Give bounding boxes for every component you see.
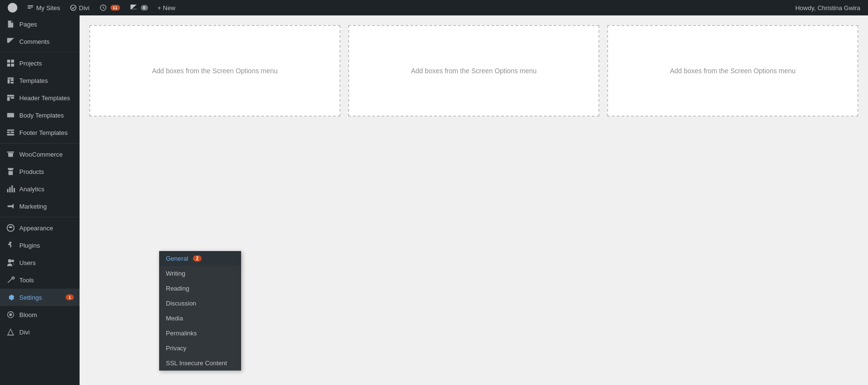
sidebar-item-settings[interactable]: Settings 1 (0, 289, 80, 306)
submenu-privacy[interactable]: Privacy (159, 341, 241, 356)
sidebar-item-comments[interactable]: Comments (0, 33, 80, 50)
sidebar-item-projects[interactable]: Projects (0, 54, 80, 72)
dashboard-box-2: Add boxes from the Screen Options menu (348, 25, 599, 117)
woocommerce-icon (6, 149, 15, 159)
sidebar-item-body-templates-label: Body Templates (19, 112, 64, 119)
submenu-media-label: Media (166, 315, 183, 322)
adminbar-divi[interactable]: Divi (66, 0, 94, 15)
bloom-icon (6, 310, 15, 319)
submenu-writing-label: Writing (166, 270, 185, 277)
sidebar-item-plugins[interactable]: Plugins (0, 237, 80, 254)
adminbar-greeting: Howdy, Christina Gwira (791, 4, 864, 12)
submenu-ssl-insecure[interactable]: SSL Insecure Content (159, 356, 241, 371)
submenu-writing[interactable]: Writing (159, 266, 241, 281)
sidebar-item-analytics[interactable]: Analytics (0, 180, 80, 198)
sidebar-item-bloom-label: Bloom (19, 311, 37, 319)
submenu-general-badge: 2 (193, 255, 202, 262)
sidebar-item-comments-label: Comments (19, 38, 50, 45)
settings-submenu: General 2 Writing Reading Discussion Med… (159, 251, 241, 371)
sidebar-item-appearance-label: Appearance (19, 225, 53, 232)
adminbar-my-sites[interactable]: My Sites (23, 0, 64, 15)
admin-bar: My Sites Divi 11 0 + New Howdy, Christin… (0, 0, 868, 15)
sidebar-item-footer-templates-label: Footer Templates (19, 129, 68, 136)
projects-icon (6, 58, 15, 68)
marketing-icon (6, 201, 15, 211)
submenu-general[interactable]: General 2 (159, 251, 241, 266)
footer-templates-icon (6, 128, 15, 137)
tools-icon (6, 275, 15, 285)
sidebar-item-products[interactable]: Products (0, 163, 80, 180)
sidebar-item-users[interactable]: Users (0, 254, 80, 271)
svg-rect-6 (7, 189, 9, 192)
sidebar-item-woocommerce-label: WooCommerce (19, 151, 63, 158)
svg-point-11 (8, 259, 12, 263)
sidebar-item-appearance[interactable]: Appearance (0, 219, 80, 237)
templates-icon (6, 76, 15, 85)
adminbar-comments[interactable]: 0 (126, 0, 152, 15)
body-templates-icon (6, 110, 15, 120)
sidebar-item-bloom[interactable]: Bloom (0, 306, 80, 323)
dashboard-area: Add boxes from the Screen Options menu A… (80, 15, 868, 126)
adminbar-new[interactable]: + New (154, 0, 179, 15)
sidebar-item-templates-label: Templates (19, 77, 48, 84)
svg-rect-9 (14, 188, 15, 192)
sidebar-item-tools-label: Tools (19, 277, 34, 284)
adminbar-new-label: + New (158, 4, 176, 12)
comments-icon (6, 37, 15, 46)
submenu-media[interactable]: Media (159, 311, 241, 326)
sidebar-item-analytics-label: Analytics (19, 186, 44, 193)
sidebar-item-marketing-label: Marketing (19, 203, 47, 210)
sidebar-item-footer-templates[interactable]: Footer Templates (0, 124, 80, 141)
sidebar-item-pages-label: Pages (19, 21, 37, 28)
pages-icon (6, 19, 15, 29)
svg-rect-3 (7, 64, 10, 66)
submenu-privacy-label: Privacy (166, 345, 187, 352)
dashboard-box-2-text: Add boxes from the Screen Options menu (411, 67, 537, 75)
appearance-icon (6, 223, 15, 233)
svg-rect-5 (7, 113, 14, 118)
sidebar-item-tools[interactable]: Tools (0, 271, 80, 289)
header-templates-icon (6, 93, 15, 103)
svg-rect-1 (7, 60, 10, 63)
plugins-icon (6, 240, 15, 250)
sidebar-item-settings-label: Settings (19, 294, 42, 301)
sidebar-item-body-templates[interactable]: Body Templates (0, 106, 80, 124)
sidebar-item-divi-label: Divi (19, 329, 30, 336)
adminbar-wp-logo[interactable] (4, 0, 21, 15)
sidebar-item-templates[interactable]: Templates (0, 72, 80, 89)
adminbar-updates[interactable]: 11 (95, 0, 124, 15)
sidebar-item-pages[interactable]: Pages (0, 15, 80, 33)
sidebar-item-header-templates[interactable]: Header Templates (0, 89, 80, 106)
dashboard-box-3: Add boxes from the Screen Options menu (607, 25, 858, 117)
sidebar-item-projects-label: Projects (19, 60, 42, 67)
admin-sidebar: Pages Comments Projects Templates (0, 15, 80, 385)
svg-rect-2 (11, 60, 14, 63)
sidebar-item-divi[interactable]: Divi (0, 323, 80, 341)
svg-point-13 (9, 313, 12, 316)
users-icon (6, 258, 15, 267)
submenu-discussion-label: Discussion (166, 300, 196, 307)
analytics-icon (6, 184, 15, 194)
adminbar-divi-label: Divi (79, 4, 90, 12)
main-content: Add boxes from the Screen Options menu A… (80, 15, 868, 385)
svg-point-12 (12, 260, 14, 262)
submenu-discussion[interactable]: Discussion (159, 296, 241, 311)
svg-rect-4 (11, 64, 14, 66)
dashboard-box-1: Add boxes from the Screen Options menu (89, 25, 340, 117)
submenu-general-label: General (166, 255, 188, 262)
sidebar-item-users-label: Users (19, 259, 36, 266)
sidebar-item-plugins-label: Plugins (19, 242, 40, 249)
adminbar-comments-badge: 0 (141, 5, 148, 11)
svg-rect-8 (12, 186, 13, 192)
submenu-permalinks[interactable]: Permalinks (159, 326, 241, 341)
adminbar-my-sites-label: My Sites (36, 4, 60, 12)
settings-icon (6, 292, 15, 302)
sidebar-item-woocommerce[interactable]: WooCommerce (0, 146, 80, 163)
submenu-reading[interactable]: Reading (159, 281, 241, 296)
products-icon (6, 167, 15, 176)
submenu-reading-label: Reading (166, 285, 189, 292)
sidebar-item-marketing[interactable]: Marketing (0, 198, 80, 215)
dashboard-box-3-text: Add boxes from the Screen Options menu (670, 67, 796, 75)
sidebar-item-header-templates-label: Header Templates (19, 94, 70, 102)
submenu-ssl-insecure-label: SSL Insecure Content (166, 359, 227, 367)
